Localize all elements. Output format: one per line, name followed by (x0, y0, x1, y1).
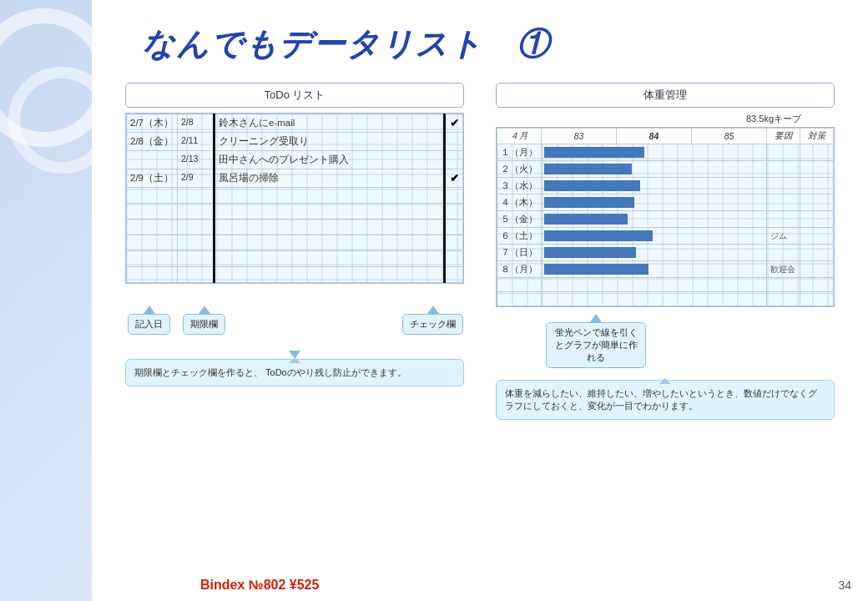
left-decoration (0, 0, 92, 601)
arrow-up-icon4 (590, 314, 602, 322)
panels-container: ToDo リスト 2/7（木） 2/8 鈴木さんにe-mail ✔ 2/8（金） (92, 83, 868, 420)
checkran-label: チェック欄 (402, 314, 463, 335)
todo-panel: ToDo リスト 2/7（木） 2/8 鈴木さんにe-mail ✔ 2/8（金） (117, 83, 472, 420)
target-label: 83.5kgキープ (487, 113, 843, 125)
todo-note: 期限欄とチェック欄を作ると、 ToDoのやり残し防止ができます。 (125, 359, 464, 386)
bar-chart-item (544, 164, 632, 174)
table-row (127, 188, 463, 204)
bar-chart-item (544, 147, 644, 158)
arrow-up-icon (144, 306, 155, 314)
bar-chart-item (544, 214, 628, 225)
kinyubi-label: 記入日 (128, 314, 170, 335)
checkran-annotation: チェック欄 (402, 306, 463, 335)
table-row: １（月） (497, 144, 834, 161)
table-row: 2/13 田中さんへのプレゼント購入 (127, 151, 463, 169)
arrow-up-icon2 (199, 306, 210, 314)
table-row: ４（木） (497, 194, 834, 211)
table-row (127, 251, 463, 267)
bindex-label: Bindex №802 ¥525 (200, 578, 319, 593)
todo-note-container: 期限欄とチェック欄を作ると、 ToDoのやり残し防止ができます。 (125, 351, 464, 386)
weight-table-container: ４月 83 84 85 要因 対策 １（月） (496, 127, 835, 307)
bar-chart-item (544, 180, 640, 191)
table-row: ６（土） ジム (497, 228, 834, 245)
page-title: なんでもデータリスト ① (92, 0, 868, 83)
weight-callout-container: 蛍光ペンで線を引くとグラフが簡単に作れる (496, 314, 835, 368)
weight-note: 体重を減らしたい、維持したい、増やしたいというとき、数値だけでなくグラフにしてお… (496, 380, 835, 420)
weight-note-container: 体重を減らしたい、維持したい、増やしたいというとき、数値だけでなくグラフにしてお… (496, 380, 835, 420)
table-row: 2/9（土） 2/9 風呂場の掃除 ✔ (127, 169, 463, 188)
weight-table: ４月 83 84 85 要因 対策 １（月） (497, 128, 834, 306)
table-row: 2/8（金） 2/11 クリーニング受取り (127, 133, 463, 151)
table-row (497, 278, 834, 292)
table-row: 2/7（木） 2/8 鈴木さんにe-mail ✔ (127, 114, 463, 133)
arrow-up-icon3 (427, 306, 439, 314)
table-row: ３（水） (497, 178, 834, 194)
table-row: ８（月） 歓迎会 (497, 261, 834, 278)
weight-panel-header: 体重管理 (496, 83, 835, 108)
weight-callout-label: 蛍光ペンで線を引くとグラフが簡単に作れる (546, 322, 646, 368)
table-row (127, 204, 463, 220)
bottom-bar: Bindex №802 ¥525 34 (184, 569, 868, 601)
main-content: なんでもデータリスト ① ToDo リスト 2/7（木） 2/8 鈴木さんにe-… (92, 0, 868, 601)
todo-table-container: 2/7（木） 2/8 鈴木さんにe-mail ✔ 2/8（金） 2/11 クリー… (125, 113, 464, 284)
bar-chart-item (544, 197, 634, 208)
bar-chart-item (544, 247, 636, 258)
page-number: 34 (838, 578, 851, 592)
weight-panel: 体重管理 83.5kgキープ ４月 83 84 85 要因 対策 (487, 83, 843, 420)
weight-table-header: ４月 83 84 85 要因 対策 (497, 129, 834, 144)
bar-chart-item (544, 230, 653, 241)
kigenran-annotation: 期限欄 (183, 306, 225, 335)
bar-chart-item (544, 264, 648, 275)
kinyubi-annotation: 記入日 (128, 306, 170, 335)
table-row (127, 235, 463, 251)
todo-panel-header: ToDo リスト (125, 83, 464, 108)
table-row (127, 267, 463, 283)
table-row: ５（金） (497, 211, 834, 228)
kigenran-label: 期限欄 (183, 314, 225, 335)
table-row (127, 220, 463, 235)
table-row: ２（火） (497, 161, 834, 178)
table-row: ７（日） (497, 245, 834, 261)
weight-callout: 蛍光ペンで線を引くとグラフが簡単に作れる (546, 314, 646, 368)
todo-table: 2/7（木） 2/8 鈴木さんにe-mail ✔ 2/8（金） 2/11 クリー… (126, 114, 463, 283)
table-row (497, 292, 834, 306)
